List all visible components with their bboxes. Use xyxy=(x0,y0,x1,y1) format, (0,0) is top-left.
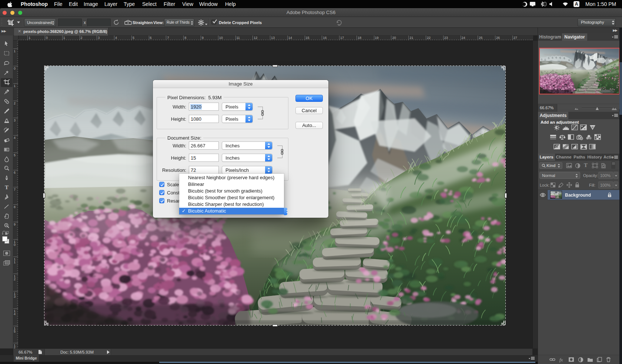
svg-text:T: T xyxy=(5,184,9,190)
